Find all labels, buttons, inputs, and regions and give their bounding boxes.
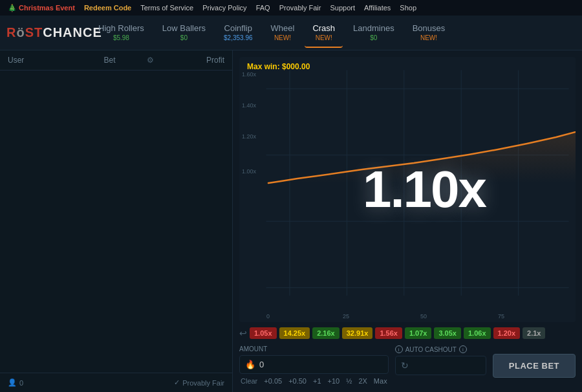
nav-coinflip[interactable]: Coinflip $2,353.96 xyxy=(216,18,261,47)
info-icon: i xyxy=(395,345,403,353)
history-pill-3[interactable]: 32.91x xyxy=(342,327,373,339)
nav-bonuses[interactable]: Bonuses NEW! xyxy=(405,18,453,47)
half-shortcut[interactable]: ½ xyxy=(345,376,353,386)
history-pill-1[interactable]: 14.25x xyxy=(279,327,310,339)
add-005-shortcut[interactable]: +0.05 xyxy=(263,376,283,386)
support-link[interactable]: Support xyxy=(330,4,355,12)
add-050-shortcut[interactable]: +0.50 xyxy=(287,376,308,386)
col-header-user: User xyxy=(8,56,76,65)
amount-input-wrapper: 🔥 xyxy=(239,355,389,374)
nav-high-rollers[interactable]: High Rollers $5.98 xyxy=(91,18,152,47)
privacy-link[interactable]: Privacy Policy xyxy=(202,4,246,12)
table-header: User Bet ⚙ Profit xyxy=(0,50,232,71)
user-count: 👤 0 xyxy=(8,378,23,387)
shop-link[interactable]: Shop xyxy=(400,4,416,12)
nav-low-ballers[interactable]: Low Ballers $0 xyxy=(155,18,213,47)
amount-label: AMOUNT xyxy=(239,345,389,353)
info-icon-2: i xyxy=(459,345,467,353)
add-10-shortcut[interactable]: +10 xyxy=(327,376,341,386)
auto-cashout-label: i AUTO CASHOUT i xyxy=(395,345,486,353)
history-pill-2[interactable]: 2.16x xyxy=(312,327,339,339)
left-panel: User Bet ⚙ Profit 👤 0 ✓ Provably Fair xyxy=(0,50,233,392)
bet-left: AMOUNT 🔥 Clear +0.05 +0.50 +1 +10 ½ 2X M… xyxy=(239,345,389,386)
faq-link[interactable]: FAQ xyxy=(256,4,270,12)
nav-items: High Rollers $5.98 Low Ballers $0 Coinfl… xyxy=(91,18,576,48)
history-pill-7[interactable]: 1.06x xyxy=(464,327,491,339)
history-pill-8[interactable]: 1.20x xyxy=(493,327,521,339)
add-1-shortcut[interactable]: +1 xyxy=(312,376,323,386)
refresh-icon[interactable]: ↻ xyxy=(401,360,409,371)
shield-icon: ✓ xyxy=(174,378,180,387)
auto-cashout-input-wrapper: ↻ xyxy=(395,356,486,375)
provably-fair-link[interactable]: Provably Fair xyxy=(279,4,321,12)
amount-shortcuts: Clear +0.05 +0.50 +1 +10 ½ 2X Max xyxy=(239,376,389,386)
bet-right: i AUTO CASHOUT i ↻ xyxy=(395,345,486,378)
logo[interactable]: RöSTCHANCE xyxy=(6,25,78,40)
history-pill-9[interactable]: 2.1x xyxy=(523,327,545,339)
auto-cashout-input[interactable] xyxy=(413,361,480,371)
top-bar: 🎄 Christmas Event Redeem Code Terms of S… xyxy=(0,0,582,16)
clear-shortcut[interactable]: Clear xyxy=(239,376,259,386)
redeem-code-link[interactable]: Redeem Code xyxy=(84,4,131,12)
history-row: ↩ 1.05x 14.25x 2.16x 32.91x 1.56x 1.07x … xyxy=(239,327,576,339)
double-shortcut[interactable]: 2X xyxy=(357,376,368,386)
history-pill-0[interactable]: 1.05x xyxy=(250,327,277,339)
affiliates-link[interactable]: Affiliates xyxy=(364,4,391,12)
col-header-bet: Bet xyxy=(76,56,144,65)
nav-wheel[interactable]: Wheel NEW! xyxy=(263,18,303,47)
table-body xyxy=(0,71,232,373)
terms-link[interactable]: Terms of Service xyxy=(140,4,193,12)
nav-crash[interactable]: Crash NEW! xyxy=(305,18,343,48)
provably-fair-label: Provably Fair xyxy=(182,379,224,387)
christmas-event-link[interactable]: 🎄 Christmas Event xyxy=(8,4,75,12)
user-count-value: 0 xyxy=(19,379,23,387)
nav-landmines[interactable]: Landmines $0 xyxy=(345,18,402,47)
history-pill-6[interactable]: 3.05x xyxy=(434,327,461,339)
amount-input[interactable] xyxy=(259,360,383,369)
crash-graph: Max win: $000.00 1.60x 1.40x 1.20x 1.00x… xyxy=(239,57,576,322)
right-panel: Max win: $000.00 1.60x 1.40x 1.20x 1.00x… xyxy=(233,50,582,392)
history-pill-5[interactable]: 1.07x xyxy=(405,327,432,339)
history-arrow-icon: ↩ xyxy=(239,328,247,338)
col-header-profit: Profit xyxy=(156,56,224,65)
history-pill-4[interactable]: 1.56x xyxy=(375,327,402,339)
col-header-icon: ⚙ xyxy=(144,56,156,65)
provably-fair-footer[interactable]: ✓ Provably Fair xyxy=(174,378,224,387)
nav: RöSTCHANCE High Rollers $5.98 Low Baller… xyxy=(0,16,582,50)
user-icon: 👤 xyxy=(8,378,17,387)
crash-multiplier: 1.10x xyxy=(363,160,486,219)
left-footer: 👤 0 ✓ Provably Fair xyxy=(0,373,232,392)
main: User Bet ⚙ Profit 👤 0 ✓ Provably Fair Ma… xyxy=(0,50,582,392)
bet-controls: AMOUNT 🔥 Clear +0.05 +0.50 +1 +10 ½ 2X M… xyxy=(239,345,576,386)
max-shortcut[interactable]: Max xyxy=(372,376,389,386)
place-bet-button[interactable]: PLACE BET xyxy=(493,354,576,378)
flame-icon: 🔥 xyxy=(245,360,255,369)
